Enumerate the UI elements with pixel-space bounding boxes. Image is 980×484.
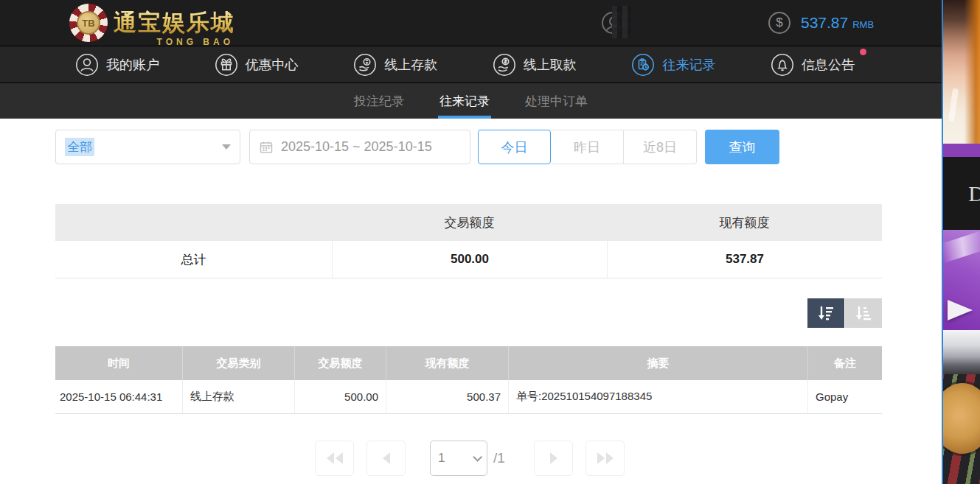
promo-dark-banner: D (943, 157, 980, 230)
records-icon (631, 53, 655, 77)
col-note: 备注 (808, 346, 882, 380)
summary-header-empty (55, 204, 332, 241)
site-title: 通宝娱乐城 (114, 7, 235, 38)
poker-chip-logo-icon: TB (69, 4, 108, 42)
nav-item-transaction-records[interactable]: 往来记录 (631, 53, 715, 77)
username-redacted[interactable] (634, 15, 734, 31)
tab-label: 处理中订单 (525, 93, 588, 110)
roulette-wood-center (942, 383, 980, 454)
pagination: 1 /1 (315, 441, 625, 476)
summary-current-amount: 537.87 (607, 241, 882, 278)
nav-item-announcements[interactable]: 信息公告 (771, 53, 855, 77)
logo-text: 通宝娱乐城 TONG BAO (114, 7, 235, 38)
promo-model-image (943, 0, 980, 144)
notification-dot (860, 49, 866, 55)
promo-roulette-image (943, 330, 980, 484)
cell-type: 线上存款 (183, 380, 295, 413)
chip-tb-monogram: TB (77, 11, 100, 35)
chevron-down-icon (222, 144, 231, 150)
user-icon (75, 53, 99, 77)
table-row: 2025-10-15 06:44:31 线上存款 500.00 500.37 单… (55, 380, 882, 414)
sort-descending-button[interactable] (807, 298, 844, 328)
double-right-arrow-icon (597, 452, 605, 464)
tab-transaction-records[interactable]: 往来记录 (438, 83, 491, 119)
avatar-blur-overlay (612, 6, 631, 38)
cell-summary: 单号:202510154097188345 (509, 380, 808, 413)
right-arrow-icon (550, 452, 557, 464)
next-page-button[interactable] (534, 441, 573, 476)
tab-bet-records[interactable]: 投注纪录 (352, 83, 406, 119)
nav-label: 优惠中心 (246, 56, 299, 74)
promo-purple-band (943, 144, 980, 157)
quick-date-group: 今日 昨日 近8日 (478, 130, 697, 164)
tab-label: 往来记录 (439, 93, 490, 110)
nav-item-promotions[interactable]: 优惠中心 (215, 53, 299, 77)
date-range-value: 2025-10-15 ~ 2025-10-15 (281, 139, 432, 155)
nav-label: 线上取款 (524, 56, 577, 74)
balance-amount: 537.87 (801, 14, 848, 32)
cell-balance: 500.37 (386, 380, 509, 413)
today-button[interactable]: 今日 (478, 130, 551, 164)
page-select[interactable]: 1 (430, 441, 487, 476)
col-summary: 摘要 (509, 346, 808, 380)
promo-arrow-icon (948, 300, 973, 320)
promo-brand-letter: D (968, 181, 980, 206)
cell-note: Gopay (808, 380, 882, 413)
yesterday-button[interactable]: 昨日 (551, 130, 624, 164)
summary-table: 交易额度 现有额度 总计 500.00 537.87 (55, 204, 882, 278)
sort-desc-icon (816, 304, 835, 323)
records-header-row: 时间 交易类别 交易额度 现有额度 摘要 备注 (55, 346, 882, 380)
summary-total-label: 总计 (55, 241, 332, 278)
nav-label: 我的账户 (106, 56, 159, 74)
main-nav: 我的账户 优惠中心 线上存款 线上取款 (0, 46, 942, 83)
sort-asc-icon (854, 304, 873, 323)
summary-header-transaction: 交易额度 (332, 204, 607, 241)
chevron-down-icon (473, 452, 482, 462)
nav-label: 信息公告 (802, 56, 855, 74)
calendar-icon (259, 140, 274, 155)
withdraw-icon (493, 53, 516, 77)
sort-controls (807, 298, 882, 328)
cell-time: 2025-10-15 06:44:31 (55, 380, 183, 413)
previous-page-button[interactable] (366, 441, 406, 476)
bell-icon (771, 53, 794, 77)
tab-label: 投注纪录 (354, 93, 404, 110)
sort-ascending-button[interactable] (845, 298, 882, 328)
nav-item-online-deposit[interactable]: 线上存款 (353, 53, 437, 77)
nav-item-my-account[interactable]: 我的账户 (75, 53, 159, 77)
balance-currency: RMB (852, 15, 874, 30)
total-pages-label: /1 (493, 450, 513, 466)
double-left-arrow-icon (336, 452, 343, 464)
date-range-input[interactable]: 2025-10-15 ~ 2025-10-15 (249, 130, 470, 164)
page-select-value: 1 (438, 451, 445, 466)
nav-label: 往来记录 (662, 56, 715, 74)
summary-header-row: 交易额度 现有额度 (55, 204, 882, 241)
summary-total-row: 总计 500.00 537.87 (55, 241, 882, 278)
col-amount: 交易额度 (295, 346, 386, 380)
summary-transaction-amount: 500.00 (332, 241, 607, 278)
col-time: 时间 (55, 346, 183, 380)
last8days-button[interactable]: 近8日 (624, 130, 697, 164)
promo-purple-banner (943, 230, 980, 330)
cell-amount: 500.00 (295, 380, 386, 413)
summary-header-current: 现有额度 (607, 204, 882, 241)
top-header: TB 通宝娱乐城 TONG BAO $ 537.87 RMB (0, 0, 942, 46)
tab-processing-orders[interactable]: 处理中订单 (524, 83, 589, 119)
double-left-arrow-icon (327, 452, 334, 464)
col-balance: 现有额度 (386, 346, 509, 380)
selected-type: 全部 (65, 138, 94, 156)
user-info-area: $ 537.87 RMB (602, 0, 874, 46)
records-table: 时间 交易类别 交易额度 现有额度 摘要 备注 2025-10-15 06:44… (55, 346, 882, 414)
transaction-records-page: TB 通宝娱乐城 TONG BAO $ 537.87 RMB 我的账户 (0, 0, 980, 484)
site-logo[interactable]: TB 通宝娱乐城 TONG BAO (69, 2, 235, 43)
last-page-button[interactable] (585, 441, 625, 476)
gift-icon (215, 53, 238, 77)
first-page-button[interactable] (315, 441, 354, 476)
search-button[interactable]: 查询 (705, 130, 779, 164)
transaction-type-select[interactable]: 全部 (55, 130, 240, 164)
left-arrow-icon (383, 452, 390, 464)
nav-label: 线上存款 (384, 56, 437, 74)
promo-side-banner[interactable]: D (942, 0, 980, 484)
nav-item-online-withdrawal[interactable]: 线上取款 (493, 53, 577, 77)
double-right-arrow-icon (606, 452, 614, 464)
